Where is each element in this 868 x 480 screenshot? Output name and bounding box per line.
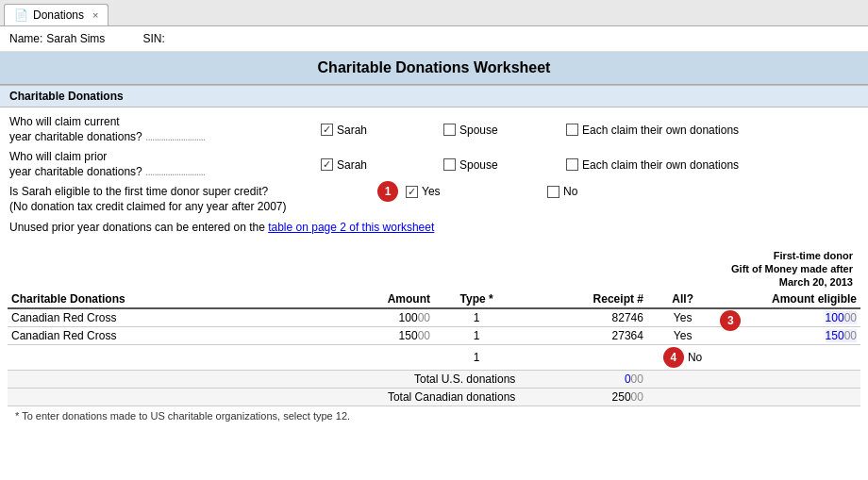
content-area: Who will claim currentyear charitable do… (0, 108, 868, 249)
sin-label: SIN: (142, 32, 164, 45)
current-year-row: Who will claim currentyear charitable do… (9, 115, 859, 144)
info-prefix: Unused prior year donations can be enter… (9, 221, 268, 234)
name-field: Name: Sarah Sims (9, 32, 105, 45)
ftd-no-checkbox[interactable] (547, 186, 559, 198)
ftd-question: Is Sarah eligible to the first time dono… (9, 185, 387, 214)
cell-receipt[interactable] (519, 345, 647, 371)
current-spouse-checkbox[interactable] (443, 124, 456, 136)
current-spouse-label: Spouse (459, 124, 498, 137)
table-footer: Total U.S. donations 000 Total Canadian … (8, 371, 860, 406)
current-spouse-option[interactable]: Spouse (443, 124, 566, 137)
total-us-dec: 00 (631, 372, 643, 386)
prior-each-label: Each claim their own donations (582, 158, 739, 172)
ftd-row: Is Sarah eligible to the first time dono… (9, 185, 859, 214)
ftd-yes-checkbox[interactable]: ✓ (406, 186, 418, 198)
badge-1: 1 (377, 181, 398, 202)
cell-type[interactable]: 1 (434, 327, 519, 345)
table-container: First-time donorGift of Money made after… (0, 249, 868, 434)
ftd-no-option[interactable]: No (547, 185, 670, 198)
current-sarah-label: Sarah (337, 124, 367, 137)
col-header-receipt: Receipt # (519, 290, 647, 308)
cell-receipt[interactable]: 27364 (519, 327, 647, 345)
badge-4: 4 (663, 347, 684, 368)
info-link[interactable]: table on page 2 of this worksheet (268, 221, 434, 234)
section-header: Charitable Donations (0, 85, 868, 108)
cell-eligible[interactable]: 310000 (718, 308, 860, 327)
current-year-question: Who will claim currentyear charitable do… (9, 115, 321, 144)
prior-each-option[interactable]: Each claim their own donations (566, 158, 774, 172)
ftd-yes-label: Yes (422, 185, 441, 198)
first-time-header: First-time donorGift of Money made after… (8, 249, 860, 291)
cell-amount[interactable]: 10000 (320, 308, 434, 327)
ftd-yes-option[interactable]: ✓ Yes (406, 185, 528, 198)
info-row: Unused prior year donations can be enter… (9, 221, 859, 234)
prior-spouse-option[interactable]: Spouse (443, 158, 566, 172)
total-us-amount: 000 (519, 371, 647, 389)
first-time-header-text: First-time donorGift of Money made after… (731, 250, 853, 289)
col-header-all: All? (647, 290, 718, 308)
sin-field: SIN: (142, 32, 168, 45)
cell-charity[interactable]: Canadian Red Cross (8, 327, 320, 345)
total-canada-dec: 00 (631, 390, 643, 404)
prior-sarah-label: Sarah (337, 158, 367, 172)
current-sarah-checkbox[interactable]: ✓ (321, 124, 333, 136)
prior-spouse-label: Spouse (459, 158, 498, 172)
total-us-row: Total U.S. donations 000 (8, 371, 860, 389)
cell-amount[interactable] (320, 345, 434, 371)
prior-sarah-option[interactable]: ✓ Sarah (321, 158, 443, 172)
tab-bar: 📄 Donations × (0, 0, 868, 26)
cell-receipt[interactable]: 82746 (519, 308, 647, 327)
cell-amount[interactable]: 15000 (320, 327, 434, 345)
cell-all[interactable]: 4No (647, 345, 718, 371)
ftd-no-label: No (563, 185, 577, 198)
col-header-eligible: Amount eligible (718, 290, 860, 308)
ftd-options: 1 ✓ Yes No (406, 185, 670, 198)
col-header-charity: Charitable Donations (8, 290, 320, 308)
current-each-option[interactable]: Each claim their own donations (566, 124, 774, 137)
footnote: * To enter donations made to US charitab… (8, 406, 860, 425)
current-sarah-option[interactable]: ✓ Sarah (321, 124, 443, 137)
tab-close-button[interactable]: × (92, 9, 98, 21)
prior-each-checkbox[interactable] (566, 158, 578, 171)
donations-tab[interactable]: 📄 Donations × (4, 4, 108, 25)
current-each-label: Each claim their own donations (582, 124, 739, 137)
total-canada-main: 250 (612, 390, 631, 404)
cell-type[interactable]: 1 (434, 308, 519, 327)
cell-eligible[interactable]: 15000 (718, 327, 860, 345)
total-us-main: 0 (625, 372, 631, 386)
prior-sarah-checkbox[interactable]: ✓ (321, 158, 333, 171)
prior-spouse-checkbox[interactable] (443, 158, 456, 171)
ftd-text-line2: (No donation tax credit claimed for any … (9, 200, 286, 213)
cell-eligible[interactable] (718, 345, 860, 371)
current-each-checkbox[interactable] (566, 124, 578, 136)
prior-year-text: Who will claim prioryear charitable dona… (9, 150, 142, 178)
cell-all[interactable]: Yes (647, 327, 718, 345)
cell-all[interactable]: Yes (647, 308, 718, 327)
total-canada-amount: 25000 (519, 389, 647, 406)
cell-type[interactable]: 1 (434, 345, 519, 371)
tab-icon: 📄 (14, 8, 28, 22)
col-header-amount: Amount (320, 290, 434, 308)
name-value: Sarah Sims (46, 32, 105, 45)
current-year-text: Who will claim currentyear charitable do… (9, 115, 142, 143)
ftd-text-line1: Is Sarah eligible to the first time dono… (9, 185, 268, 198)
col-header-type: Type * (434, 290, 519, 308)
total-us-label: Total U.S. donations (414, 372, 515, 386)
worksheet-title: Charitable Donations Worksheet (0, 52, 868, 85)
table-row: Canadian Red Cross10000182746Yes310000 (8, 308, 860, 327)
total-canada-row: Total Canadian donations 25000 (8, 389, 860, 406)
cell-charity[interactable]: Canadian Red Cross (8, 308, 320, 327)
tab-label: Donations (33, 8, 84, 22)
table-row: Canadian Red Cross15000127364Yes15000 (8, 327, 860, 345)
table-row: 14No (8, 345, 860, 371)
cell-charity[interactable] (8, 345, 320, 371)
header-row: Name: Sarah Sims SIN: (0, 26, 868, 52)
table-header-row: Charitable Donations Amount Type * Recei… (8, 290, 860, 308)
name-label: Name: (9, 32, 42, 45)
donations-table: Charitable Donations Amount Type * Recei… (8, 290, 860, 406)
prior-year-row: Who will claim prioryear charitable dona… (9, 150, 859, 179)
total-canada-label: Total Canadian donations (388, 390, 515, 404)
prior-year-question: Who will claim prioryear charitable dona… (9, 150, 321, 179)
